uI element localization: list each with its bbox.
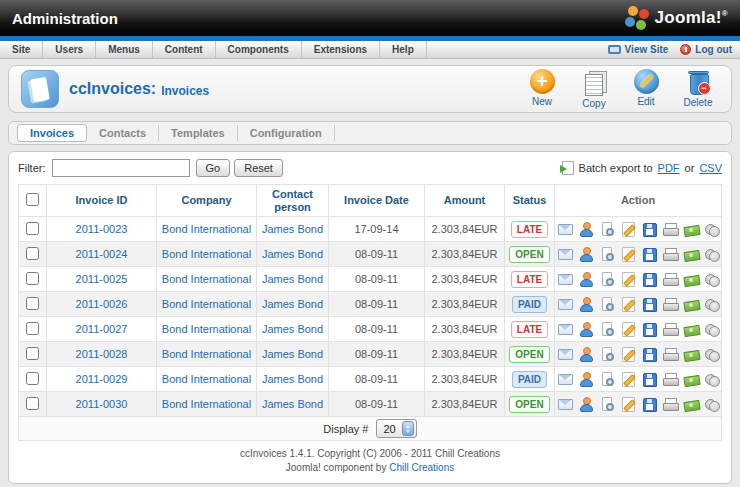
payment-icon[interactable] [683,321,699,337]
toolbar-button[interactable]: Delete [677,69,719,109]
invoice-id-link[interactable]: 2011-0023 [76,223,128,235]
row-checkbox[interactable] [26,297,39,310]
menu-item[interactable]: Content [153,41,216,58]
filter-reset-button[interactable]: Reset [234,159,283,177]
row-checkbox[interactable] [26,347,39,360]
credit-icon[interactable] [704,396,720,412]
edit-doc-icon[interactable] [620,221,636,237]
toolbar-button[interactable]: New [521,69,563,109]
contact-icon[interactable] [578,321,594,337]
print-icon[interactable] [662,396,678,412]
print-icon[interactable] [662,246,678,262]
preview-icon[interactable] [599,246,615,262]
edit-doc-icon[interactable] [620,371,636,387]
contact-icon[interactable] [578,346,594,362]
invoice-id-link[interactable]: 2011-0026 [76,298,128,310]
menu-item[interactable]: Menus [96,41,153,58]
toolbar-button[interactable]: Edit [625,69,667,109]
row-checkbox[interactable] [26,322,39,335]
tab[interactable]: Templates [159,125,238,141]
send-email-icon[interactable] [557,246,573,262]
filter-input[interactable] [52,159,190,177]
edit-doc-icon[interactable] [620,246,636,262]
preview-icon[interactable] [599,321,615,337]
invoice-id-link[interactable]: 2011-0024 [76,248,128,260]
payment-icon[interactable] [683,346,699,362]
edit-doc-icon[interactable] [620,321,636,337]
chill-creations-link[interactable]: Chill Creations [389,462,454,473]
contact-icon[interactable] [578,371,594,387]
row-checkbox[interactable] [26,247,39,260]
download-icon[interactable] [641,221,657,237]
send-email-icon[interactable] [557,346,573,362]
menu-item[interactable]: Users [43,41,96,58]
export-csv-link[interactable]: CSV [699,162,722,174]
print-icon[interactable] [662,296,678,312]
print-icon[interactable] [662,271,678,287]
filter-go-button[interactable]: Go [196,159,231,177]
payment-icon[interactable] [683,296,699,312]
tab[interactable]: Contacts [87,125,159,141]
print-icon[interactable] [662,346,678,362]
download-icon[interactable] [641,321,657,337]
contact-link[interactable]: James Bond [262,373,323,385]
tab[interactable]: Invoices [17,124,87,142]
preview-icon[interactable] [599,271,615,287]
payment-icon[interactable] [683,246,699,262]
contact-icon[interactable] [578,396,594,412]
display-limit-select[interactable]: 20 ▲▼ [376,419,417,438]
send-email-icon[interactable] [557,371,573,387]
contact-link[interactable]: James Bond [262,298,323,310]
preview-icon[interactable] [599,346,615,362]
contact-link[interactable]: James Bond [262,248,323,260]
payment-icon[interactable] [683,371,699,387]
credit-icon[interactable] [704,246,720,262]
row-checkbox[interactable] [26,222,39,235]
payment-icon[interactable] [683,271,699,287]
preview-icon[interactable] [599,396,615,412]
logout-link[interactable]: Log out [680,44,732,55]
column-header-invoice-date[interactable]: Invoice Date [329,185,425,217]
company-link[interactable]: Bond International [162,223,251,235]
column-header-contact-person[interactable]: Contact person [257,185,329,217]
edit-doc-icon[interactable] [620,346,636,362]
invoice-id-link[interactable]: 2011-0025 [76,273,128,285]
contact-icon[interactable] [578,221,594,237]
company-link[interactable]: Bond International [162,348,251,360]
contact-link[interactable]: James Bond [262,323,323,335]
preview-icon[interactable] [599,221,615,237]
column-header-invoice-id[interactable]: Invoice ID [47,185,157,217]
contact-link[interactable]: James Bond [262,223,323,235]
company-link[interactable]: Bond International [162,323,251,335]
row-checkbox[interactable] [26,372,39,385]
preview-icon[interactable] [599,296,615,312]
download-icon[interactable] [641,246,657,262]
company-link[interactable]: Bond International [162,248,251,260]
contact-link[interactable]: James Bond [262,273,323,285]
contact-link[interactable]: James Bond [262,348,323,360]
download-icon[interactable] [641,396,657,412]
credit-icon[interactable] [704,271,720,287]
print-icon[interactable] [662,321,678,337]
credit-icon[interactable] [704,321,720,337]
download-icon[interactable] [641,346,657,362]
invoice-id-link[interactable]: 2011-0030 [76,398,128,410]
row-checkbox[interactable] [26,397,39,410]
menu-item[interactable]: Extensions [302,41,380,58]
contact-icon[interactable] [578,296,594,312]
download-icon[interactable] [641,271,657,287]
credit-icon[interactable] [704,221,720,237]
edit-doc-icon[interactable] [620,396,636,412]
export-pdf-link[interactable]: PDF [658,162,680,174]
send-email-icon[interactable] [557,271,573,287]
invoice-id-link[interactable]: 2011-0027 [76,323,128,335]
company-link[interactable]: Bond International [162,398,251,410]
contact-icon[interactable] [578,271,594,287]
toolbar-button[interactable]: Copy [573,69,615,109]
view-site-link[interactable]: View Site [608,44,669,55]
row-checkbox[interactable] [26,272,39,285]
column-header-company[interactable]: Company [157,185,257,217]
credit-icon[interactable] [704,371,720,387]
send-email-icon[interactable] [557,396,573,412]
edit-doc-icon[interactable] [620,271,636,287]
